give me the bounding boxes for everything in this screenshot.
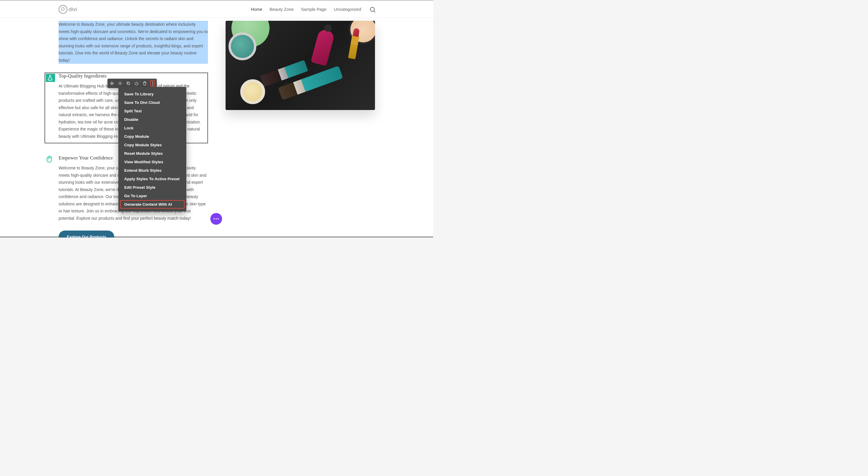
menu-disable[interactable]: Disable (118, 115, 186, 124)
menu-generate-content-ai[interactable]: Generate Content With AI (120, 200, 185, 209)
nav-home[interactable]: Home (251, 7, 262, 12)
intro-text-selected: Welcome to Beauty Zone, your ultimate be… (59, 22, 208, 63)
flask-icon (46, 74, 55, 82)
site-logo[interactable]: D divi (59, 5, 77, 14)
search-icon[interactable] (370, 7, 375, 12)
nav-beauty-zone[interactable]: Beauty Zone (270, 7, 293, 12)
intro-paragraph[interactable]: Welcome to Beauty Zone, your ultimate be… (59, 21, 208, 64)
hand-wave-icon (45, 155, 53, 163)
hero-image (225, 21, 375, 110)
move-icon[interactable] (109, 81, 115, 86)
nav-sample-page[interactable]: Sample Page (301, 7, 326, 12)
svg-point-0 (120, 83, 121, 84)
menu-apply-styles-active-preset[interactable]: Apply Styles To Active Preset (118, 175, 186, 183)
gear-icon[interactable] (118, 81, 123, 86)
menu-save-to-divi-cloud[interactable]: Save To Divi Cloud (118, 98, 186, 107)
duplicate-icon[interactable] (126, 81, 131, 86)
more-icon[interactable] (150, 80, 155, 87)
menu-go-to-layer[interactable]: Go To Layer (118, 192, 186, 200)
menu-copy-module[interactable]: Copy Module (118, 132, 186, 141)
logo-icon: D (59, 5, 67, 14)
power-icon[interactable] (134, 81, 139, 86)
menu-view-modified-styles[interactable]: View Modified Styles (118, 158, 186, 166)
menu-save-to-library[interactable]: Save To Library (118, 90, 186, 98)
module-context-menu: Save To Library Save To Divi Cloud Split… (118, 87, 186, 211)
site-header: D divi Home Beauty Zone Sample Page Unca… (0, 1, 433, 18)
svg-rect-1 (128, 83, 130, 85)
menu-extend-blurb-styles[interactable]: Extend Blurb Styles (118, 166, 186, 175)
menu-reset-module-styles[interactable]: Reset Module Styles (118, 149, 186, 158)
trash-icon[interactable] (142, 81, 147, 86)
blurb-title-ingredients: Top-Quality Ingredients (59, 73, 205, 79)
menu-copy-module-styles[interactable]: Copy Module Styles (118, 141, 186, 149)
menu-split-test[interactable]: Split Test (118, 107, 186, 115)
fab-more-button[interactable] (210, 213, 222, 225)
menu-lock[interactable]: Lock (118, 124, 186, 132)
main-nav: Home Beauty Zone Sample Page Uncategoriz… (251, 7, 375, 12)
menu-edit-preset-style[interactable]: Edit Preset Style (118, 183, 186, 192)
logo-letter: D (61, 7, 65, 12)
logo-text: divi (68, 6, 77, 12)
explore-products-button[interactable]: Explore Our Products (59, 231, 114, 238)
nav-uncategorized[interactable]: Uncategorized (334, 7, 362, 12)
